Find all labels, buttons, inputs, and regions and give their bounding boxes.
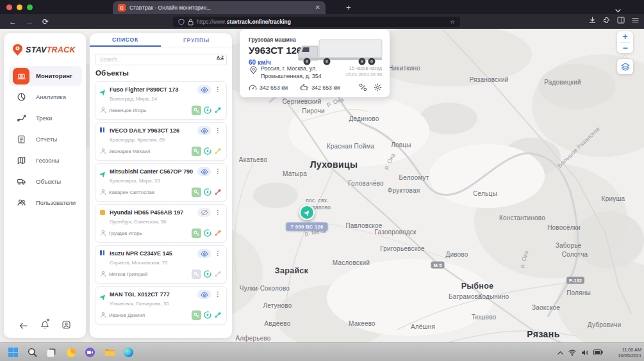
- tab-close-icon[interactable]: ✕: [315, 4, 320, 11]
- map-label: Красная Пойма: [327, 143, 375, 150]
- url-host: stavtrack.online/tracking: [227, 19, 291, 25]
- forward-button[interactable]: →: [26, 18, 33, 26]
- zoom-in-button[interactable]: +: [617, 31, 633, 42]
- zoom-out-button[interactable]: −: [617, 43, 633, 54]
- sidebar-item-tracks[interactable]: Треки: [4, 108, 86, 129]
- tray-chevron-icon[interactable]: [557, 351, 563, 355]
- more-menu-button[interactable]: ⋮: [214, 209, 222, 216]
- moon-app-icon[interactable]: [65, 347, 76, 358]
- marker-plate-label[interactable]: Т 999 ВС 126: [286, 223, 327, 231]
- tab-list[interactable]: СПИСОК: [90, 33, 161, 47]
- vehicle-card[interactable]: Hyundai HD65 Р456АВ 197 ⋮ Оренбург, Сове…: [95, 204, 227, 243]
- sidebar-panel-icon[interactable]: [617, 17, 625, 24]
- vehicle-location: Россия, г. Москва, ул.Промышленная, д. 3…: [261, 65, 322, 80]
- ignition-key-icon: [192, 106, 201, 115]
- account-button[interactable]: [62, 320, 70, 332]
- map-label: Новосёлки: [547, 224, 581, 231]
- volume-icon[interactable]: [581, 349, 588, 356]
- map-layers-button[interactable]: [617, 59, 633, 74]
- sidebar-item-reports[interactable]: Отчёты: [4, 129, 86, 150]
- vehicle-card[interactable]: Isuzu NPR С234УЕ 145 ⋮ Саратов, Московск…: [95, 245, 227, 284]
- map-label: Алферьево: [235, 335, 270, 342]
- visibility-toggle[interactable]: [197, 85, 211, 94]
- settings-gear-icon[interactable]: [374, 83, 382, 92]
- driver-name: Иванов Даниил: [109, 312, 189, 318]
- new-tab-button[interactable]: +: [346, 3, 351, 12]
- vehicle-list: Fuso Fighter Р890СТ 173 ⋮ Волгоград, Мир…: [95, 81, 227, 325]
- search-input[interactable]: [95, 54, 227, 65]
- start-button[interactable]: [8, 347, 19, 358]
- vehicle-card[interactable]: Fuso Fighter Р890СТ 173 ⋮ Волгоград, Мир…: [95, 81, 227, 120]
- url-bar[interactable]: https://www. stavtrack.online/tracking ☆: [173, 17, 460, 27]
- battery-icon[interactable]: [593, 349, 603, 355]
- odometer-icon: [249, 84, 257, 92]
- taskbar-clock[interactable]: 11:00 AM 10/05/2021: [618, 343, 641, 361]
- map-label: Чулки-Соколово: [240, 285, 290, 292]
- vehicle-card[interactable]: Mitsubishi Canter С567ОР 790 ⋮ Красноярс…: [95, 163, 227, 202]
- more-menu-button[interactable]: ⋮: [214, 86, 222, 93]
- sidebar-item-monitoring[interactable]: Мониторинг: [4, 65, 86, 86]
- sidebar-item-analytics[interactable]: Аналитика: [4, 86, 86, 108]
- lock-icon: [188, 19, 194, 26]
- browser-actions: [589, 17, 639, 24]
- screen: С СтавТрак - Онлайн мониторин... ✕ + ← →…: [0, 0, 644, 361]
- sidebar-item-users[interactable]: Пользователи: [4, 192, 86, 213]
- wifi-icon[interactable]: [568, 349, 576, 356]
- taskbar-search-icon[interactable]: [27, 347, 38, 358]
- more-menu-button[interactable]: ⋮: [214, 168, 222, 175]
- menu-hamburger-icon[interactable]: [632, 17, 639, 23]
- maximize-window-button[interactable]: [27, 4, 33, 10]
- more-menu-button[interactable]: ⋮: [214, 127, 222, 134]
- popup-stats-row: 342 653 км 342 653 км: [249, 83, 382, 92]
- more-menu-button[interactable]: ⋮: [214, 250, 222, 257]
- route-share-icon[interactable]: [359, 83, 367, 92]
- vehicle-marker[interactable]: [299, 205, 315, 220]
- vehicle-card[interactable]: MAN TGL Х012СТ 777 ⋮ Ульяновск, Гончаров…: [95, 286, 227, 325]
- map-label: пос. свх.: [306, 197, 328, 204]
- minimize-window-button[interactable]: [17, 4, 22, 10]
- window-controls[interactable]: [6, 4, 33, 10]
- video-chat-icon[interactable]: [85, 347, 95, 358]
- signal-status-icon: [214, 188, 222, 196]
- extensions-icon[interactable]: [603, 17, 610, 24]
- map-label: Газопроводск: [374, 229, 416, 236]
- driver-icon: [100, 186, 106, 198]
- more-menu-button[interactable]: ⋮: [214, 291, 222, 298]
- vehicle-address: Волгоград, Мира, 14: [110, 96, 222, 102]
- ignition-key-icon: [192, 310, 201, 320]
- collapse-sidebar-button[interactable]: [19, 320, 28, 332]
- visibility-toggle[interactable]: [197, 167, 211, 176]
- sidebar-item-objects[interactable]: Объекты: [4, 171, 86, 192]
- signal-status-icon: [214, 270, 222, 278]
- edge-browser-icon[interactable]: [123, 347, 134, 358]
- ignition-key-icon: [192, 147, 201, 156]
- map-label: Алёшня: [411, 323, 435, 330]
- downloads-icon[interactable]: [589, 17, 596, 24]
- reload-button[interactable]: ⟳: [42, 18, 49, 26]
- driver-icon: [100, 309, 106, 321]
- sidebar-item-geozones[interactable]: Геозоны: [4, 150, 86, 171]
- vehicle-status-icon: [100, 127, 106, 134]
- visibility-toggle[interactable]: [197, 249, 211, 258]
- clipboard-icon: [13, 131, 29, 148]
- vehicle-card[interactable]: IVECO DAILY У963СТ 126 ⋮ Краснодар, Крас…: [95, 122, 227, 161]
- close-window-button[interactable]: [6, 4, 12, 10]
- bookmark-star-icon[interactable]: ☆: [450, 19, 455, 25]
- logo-text-track: TRACK: [47, 45, 76, 54]
- sidebar-footer: [4, 320, 86, 332]
- notifications-bell-icon[interactable]: [41, 320, 49, 332]
- tab-groups[interactable]: ГРУППЫ: [161, 33, 232, 47]
- back-button[interactable]: ←: [9, 18, 17, 26]
- driver-icon: [100, 145, 106, 157]
- visibility-toggle[interactable]: [197, 126, 211, 135]
- visibility-toggle[interactable]: [197, 290, 211, 299]
- route-icon: [13, 110, 29, 127]
- browser-tab[interactable]: С СтавТрак - Онлайн мониторин... ✕: [113, 1, 326, 14]
- sort-az-button[interactable]: A-Z: [217, 55, 224, 60]
- file-explorer-icon[interactable]: [104, 347, 115, 358]
- notification-dot: [47, 319, 49, 321]
- visibility-toggle[interactable]: [197, 208, 211, 217]
- vehicle-name: IVECO DAILY У963СТ 126: [110, 127, 194, 134]
- task-view-icon[interactable]: [46, 347, 57, 358]
- nav-menu: Мониторинг Аналитика Треки: [4, 65, 86, 213]
